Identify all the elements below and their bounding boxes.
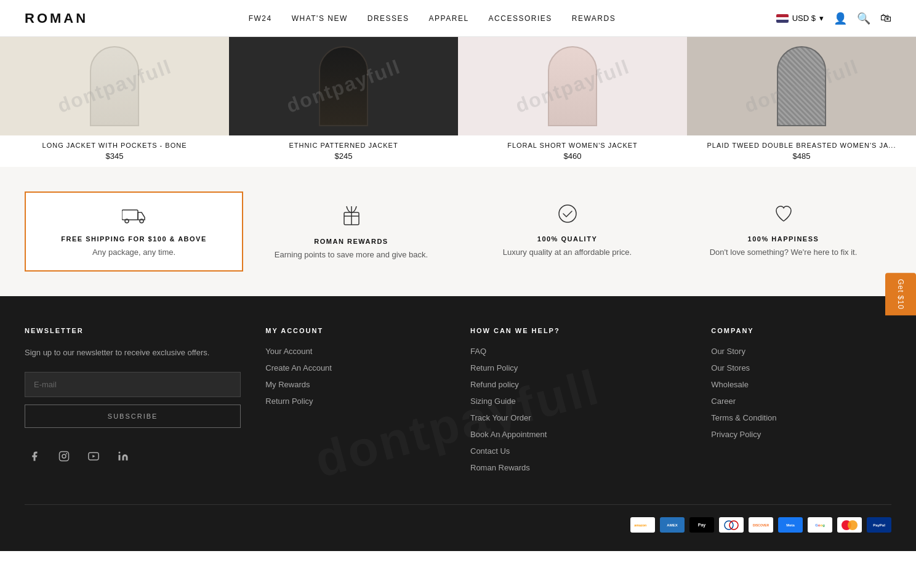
- product-info-3: FLORAL SHORT WOMEN'S JACKET $460: [458, 135, 687, 167]
- link-wholesale[interactable]: Wholesale: [711, 380, 891, 389]
- svg-marker-10: [92, 455, 95, 458]
- link-career[interactable]: Career: [711, 397, 891, 406]
- youtube-icon[interactable]: [84, 446, 103, 466]
- us-flag-icon: [776, 14, 789, 23]
- footer-grid: NEWSLETTER Sign up to our newsletter to …: [25, 327, 891, 480]
- footer-company: COMPANY Our Story Our Stores Wholesale C…: [711, 327, 891, 480]
- link-return-policy[interactable]: Return Policy: [470, 363, 686, 373]
- account-icon[interactable]: 👤: [834, 12, 847, 25]
- product-info-4: PLAID TWEED DOUBLE BREASTED WOMEN'S JA..…: [687, 135, 916, 167]
- link-contact-us[interactable]: Contact Us: [470, 446, 686, 456]
- link-track-order[interactable]: Track Your Order: [470, 413, 686, 422]
- svg-point-15: [729, 521, 738, 530]
- feature-happiness: 100% HAPPINESS Don't love something? We'…: [675, 191, 891, 272]
- link-return-policy-account[interactable]: Return Policy: [265, 397, 446, 406]
- nav-rewards[interactable]: REWARDS: [572, 14, 616, 23]
- feature-happiness-desc: Don't love something? We're here to fix …: [688, 248, 879, 257]
- newsletter-desc: Sign up to our newsletter to receive exc…: [25, 347, 241, 360]
- product-card-2[interactable]: dontpayfull ETHNIC PATTERNED JACKET $245: [229, 37, 458, 167]
- link-terms[interactable]: Terms & Condition: [711, 413, 891, 422]
- payment-apple: Pay: [689, 517, 714, 533]
- svg-rect-11: [119, 455, 121, 461]
- linkedin-icon[interactable]: [113, 446, 133, 466]
- product-name-1: LONG JACKET WITH POCKETS - BONE: [9, 142, 220, 149]
- product-price-4: $485: [696, 151, 907, 161]
- currency-selector[interactable]: USD $ ▾: [776, 14, 824, 23]
- nav-dresses[interactable]: DRESSES: [368, 14, 409, 23]
- footer-my-account: MY ACCOUNT Your Account Create An Accoun…: [265, 327, 446, 480]
- product-name-4: PLAID TWEED DOUBLE BREASTED WOMEN'S JA..…: [696, 142, 907, 149]
- product-image-3: dontpayfull: [458, 37, 687, 135]
- footer-help: HOW CAN WE HELP? FAQ Return Policy Refun…: [470, 327, 686, 480]
- link-create-account[interactable]: Create An Account: [265, 363, 446, 373]
- link-your-account[interactable]: Your Account: [265, 347, 446, 356]
- get-reward-button[interactable]: Get $10: [885, 273, 916, 316]
- feature-shipping-title: FREE SHIPPING FOR $100 & ABOVE: [38, 235, 230, 243]
- product-figure-4: [777, 46, 826, 126]
- footer-newsletter: NEWSLETTER Sign up to our newsletter to …: [25, 327, 241, 480]
- my-account-title: MY ACCOUNT: [265, 327, 446, 334]
- email-input[interactable]: [25, 372, 241, 397]
- product-price-1: $345: [9, 151, 220, 161]
- link-faq[interactable]: FAQ: [470, 347, 686, 356]
- feature-quality-desc: Luxury quality at an affordable price.: [472, 248, 663, 257]
- feature-rewards-title: ROMAN REWARDS: [255, 238, 447, 245]
- payment-diners: [719, 517, 744, 533]
- svg-rect-7: [60, 451, 69, 461]
- product-info-2: ETHNIC PATTERNED JACKET $245: [229, 135, 458, 167]
- product-info-1: LONG JACKET WITH POCKETS - BONE $345: [0, 135, 229, 167]
- products-wrapper: dontpayfull LONG JACKET WITH POCKETS - B…: [0, 37, 916, 167]
- link-my-rewards[interactable]: My Rewards: [265, 380, 446, 389]
- payment-meta: Meta: [778, 517, 803, 533]
- facebook-icon[interactable]: [25, 446, 44, 466]
- search-icon[interactable]: 🔍: [857, 12, 870, 25]
- quality-icon: [472, 204, 663, 228]
- link-roman-rewards[interactable]: Roman Rewards: [470, 463, 686, 472]
- link-sizing-guide[interactable]: Sizing Guide: [470, 397, 686, 406]
- shipping-icon: [38, 205, 230, 228]
- nav-fw24[interactable]: FW24: [249, 14, 272, 23]
- cart-icon[interactable]: 🛍: [880, 12, 891, 25]
- feature-shipping-desc: Any package, any time.: [38, 248, 230, 257]
- currency-label: USD $: [792, 14, 816, 23]
- payment-mastercard: [837, 517, 862, 533]
- product-figure-1: [90, 46, 139, 126]
- payment-discover: DISCOVER: [749, 517, 773, 533]
- nav-whats-new[interactable]: WHAT'S NEW: [292, 14, 348, 23]
- product-image-4: dontpayfull: [687, 37, 916, 135]
- happiness-icon: [688, 204, 879, 228]
- svg-point-6: [559, 205, 576, 222]
- header-right: USD $ ▾ 👤 🔍 🛍: [776, 12, 891, 25]
- products-section: dontpayfull LONG JACKET WITH POCKETS - B…: [0, 37, 916, 167]
- svg-point-14: [725, 521, 733, 530]
- subscribe-button[interactable]: SUBSCRIBE: [25, 405, 241, 428]
- feature-quality-title: 100% QUALITY: [472, 235, 663, 243]
- rewards-icon: [255, 204, 447, 230]
- product-price-3: $460: [467, 151, 678, 161]
- instagram-icon[interactable]: [54, 446, 74, 466]
- product-card-4[interactable]: dontpayfull PLAID TWEED DOUBLE BREASTED …: [687, 37, 916, 167]
- link-refund-policy[interactable]: Refund policy: [470, 380, 686, 389]
- link-our-stores[interactable]: Our Stores: [711, 363, 891, 373]
- footer-bottom: amazon AMEX Pay DISCOVER Meta Goog: [25, 504, 891, 533]
- product-card-3[interactable]: dontpayfull FLORAL SHORT WOMEN'S JACKET …: [458, 37, 687, 167]
- feature-rewards: ROMAN REWARDS Earning points to save mor…: [243, 191, 459, 272]
- feature-happiness-title: 100% HAPPINESS: [688, 235, 879, 243]
- product-card-1[interactable]: dontpayfull LONG JACKET WITH POCKETS - B…: [0, 37, 229, 167]
- product-figure-2: [319, 46, 368, 126]
- svg-rect-0: [122, 210, 138, 220]
- main-nav: FW24 WHAT'S NEW DRESSES APPAREL ACCESSOR…: [249, 14, 616, 23]
- link-privacy[interactable]: Privacy Policy: [711, 430, 891, 439]
- feature-shipping: FREE SHIPPING FOR $100 & ABOVE Any packa…: [25, 191, 243, 272]
- logo[interactable]: ROMAN: [25, 10, 88, 26]
- link-book-appointment[interactable]: Book An Appointment: [470, 430, 686, 439]
- payment-google: Goog: [808, 517, 832, 533]
- nav-accessories[interactable]: ACCESSORIES: [489, 14, 552, 23]
- currency-chevron-icon: ▾: [819, 14, 824, 23]
- feature-rewards-desc: Earning points to save more and give bac…: [255, 250, 447, 259]
- nav-apparel[interactable]: APPAREL: [429, 14, 469, 23]
- header: ROMAN FW24 WHAT'S NEW DRESSES APPAREL AC…: [0, 0, 916, 37]
- product-figure-3: [548, 46, 597, 126]
- link-our-story[interactable]: Our Story: [711, 347, 891, 356]
- svg-text:amazon: amazon: [634, 523, 646, 526]
